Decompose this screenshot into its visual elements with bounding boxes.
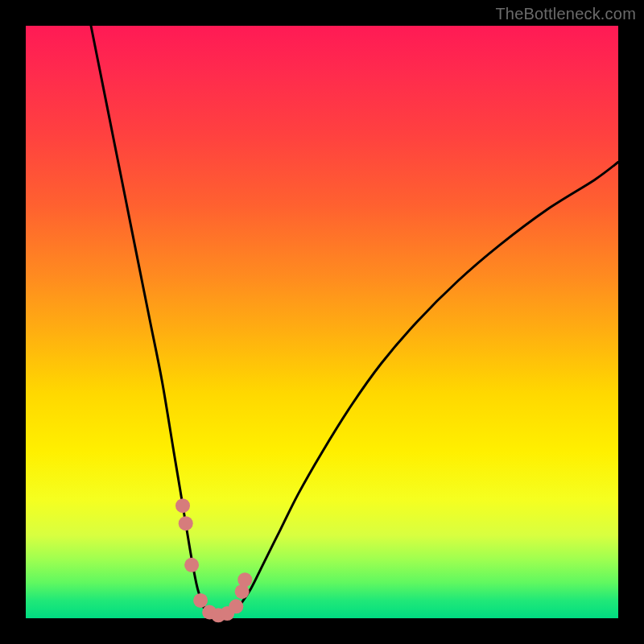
curve-path (91, 26, 618, 617)
marker-dot (175, 498, 190, 513)
plot-area (26, 26, 618, 618)
marker-dot (179, 516, 193, 530)
chart-frame: TheBottleneck.com (0, 0, 644, 644)
marker-dot (237, 572, 252, 587)
marker-dot (193, 593, 208, 608)
bottleneck-curve (26, 26, 618, 618)
watermark-text: TheBottleneck.com (495, 5, 636, 23)
marker-dot (229, 599, 243, 613)
marker-group (175, 498, 252, 622)
marker-dot (184, 558, 199, 572)
